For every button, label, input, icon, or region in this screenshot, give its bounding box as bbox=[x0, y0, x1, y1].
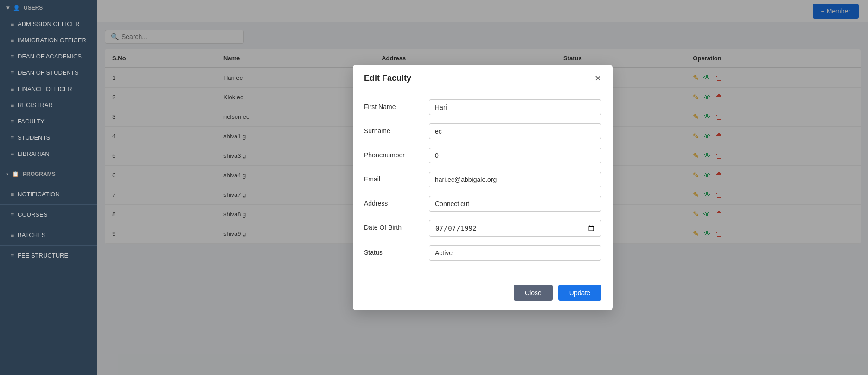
menu-icon: ≡ bbox=[11, 212, 14, 218]
sidebar-item-courses[interactable]: ≡ COURSES bbox=[0, 207, 97, 223]
sidebar-item-immigration-officer[interactable]: ≡ IMMIGRATION OFFICER bbox=[0, 32, 97, 48]
divider-1 bbox=[0, 164, 97, 164]
modal-close-button[interactable]: ✕ bbox=[594, 74, 601, 83]
form-group-firstname: First Name bbox=[364, 99, 601, 115]
surname-label: Surname bbox=[364, 123, 429, 135]
email-label: Email bbox=[364, 172, 429, 183]
menu-icon: ≡ bbox=[11, 53, 14, 60]
divider-4 bbox=[0, 225, 97, 225]
sidebar-item-admission-officer[interactable]: ≡ ADMISSION OFFICER bbox=[0, 16, 97, 32]
form-group-status: Status bbox=[364, 245, 601, 261]
sidebar: ▾ 👤 USERS ≡ ADMISSION OFFICER ≡ IMMIGRAT… bbox=[0, 0, 97, 375]
menu-icon: ≡ bbox=[11, 86, 14, 92]
sidebar-item-dean-students[interactable]: ≡ DEAN OF STUDENTS bbox=[0, 65, 97, 81]
sidebar-item-batches[interactable]: ≡ BATCHES bbox=[0, 227, 97, 243]
dob-input[interactable] bbox=[429, 220, 601, 237]
form-group-phone: Phonenumber bbox=[364, 148, 601, 163]
form-group-dob: Date Of Birth bbox=[364, 220, 601, 237]
modal-header: Edit Faculty ✕ bbox=[353, 65, 613, 90]
sidebar-item-dean-academics[interactable]: ≡ DEAN OF ACADEMICS bbox=[0, 48, 97, 65]
firstname-label: First Name bbox=[364, 99, 429, 110]
firstname-input[interactable] bbox=[429, 99, 601, 115]
divider-2 bbox=[0, 184, 97, 184]
menu-icon: ≡ bbox=[11, 118, 14, 125]
sidebar-users-header[interactable]: ▾ 👤 USERS bbox=[0, 0, 97, 16]
sidebar-item-registrar[interactable]: ≡ REGISTRAR bbox=[0, 97, 97, 113]
phone-label: Phonenumber bbox=[364, 148, 429, 159]
modal-footer: Close Update bbox=[353, 278, 613, 310]
menu-icon: ≡ bbox=[11, 232, 14, 239]
menu-icon: ≡ bbox=[11, 37, 14, 44]
dob-label: Date Of Birth bbox=[364, 220, 429, 231]
phone-input[interactable] bbox=[429, 148, 601, 163]
form-group-address: Address bbox=[364, 196, 601, 212]
menu-icon: ≡ bbox=[11, 252, 14, 259]
sidebar-item-notification[interactable]: ≡ NOTIFICATION bbox=[0, 186, 97, 202]
modal-body: First Name Surname Phonenumber Email Add bbox=[353, 90, 613, 278]
update-button[interactable]: Update bbox=[558, 285, 601, 301]
sidebar-item-faculty[interactable]: ≡ FACULTY bbox=[0, 113, 97, 129]
menu-icon: ≡ bbox=[11, 102, 14, 109]
form-group-surname: Surname bbox=[364, 123, 601, 139]
address-input[interactable] bbox=[429, 196, 601, 212]
programs-icon: 📋 bbox=[12, 171, 19, 177]
sidebar-item-finance-officer[interactable]: ≡ FINANCE OFFICER bbox=[0, 81, 97, 97]
modal-overlay: Edit Faculty ✕ First Name Surname Phonen… bbox=[97, 0, 868, 375]
divider-5 bbox=[0, 245, 97, 246]
menu-icon: ≡ bbox=[11, 21, 14, 27]
chevron-down-icon: ▾ bbox=[6, 5, 9, 11]
menu-icon: ≡ bbox=[11, 135, 14, 141]
modal-title: Edit Faculty bbox=[364, 73, 411, 83]
menu-icon: ≡ bbox=[11, 151, 14, 157]
users-icon: 👤 bbox=[13, 5, 20, 11]
close-button[interactable]: Close bbox=[514, 285, 553, 301]
status-label: Status bbox=[364, 245, 429, 256]
surname-input[interactable] bbox=[429, 123, 601, 139]
menu-icon: ≡ bbox=[11, 191, 14, 198]
sidebar-programs-header[interactable]: › 📋 PROGRAMS bbox=[0, 166, 97, 182]
divider-3 bbox=[0, 204, 97, 205]
address-label: Address bbox=[364, 196, 429, 207]
sidebar-item-fee-structure[interactable]: ≡ FEE STRUCTURE bbox=[0, 247, 97, 264]
chevron-right-icon: › bbox=[6, 171, 8, 177]
edit-faculty-modal: Edit Faculty ✕ First Name Surname Phonen… bbox=[353, 65, 613, 310]
sidebar-item-librarian[interactable]: ≡ LIBRARIAN bbox=[0, 146, 97, 162]
status-input[interactable] bbox=[429, 245, 601, 261]
main-content: + Member 🔍 S.No Name Address Status Oper… bbox=[97, 0, 868, 375]
menu-icon: ≡ bbox=[11, 70, 14, 76]
email-input[interactable] bbox=[429, 172, 601, 188]
sidebar-item-students[interactable]: ≡ STUDENTS bbox=[0, 129, 97, 146]
form-group-email: Email bbox=[364, 172, 601, 188]
